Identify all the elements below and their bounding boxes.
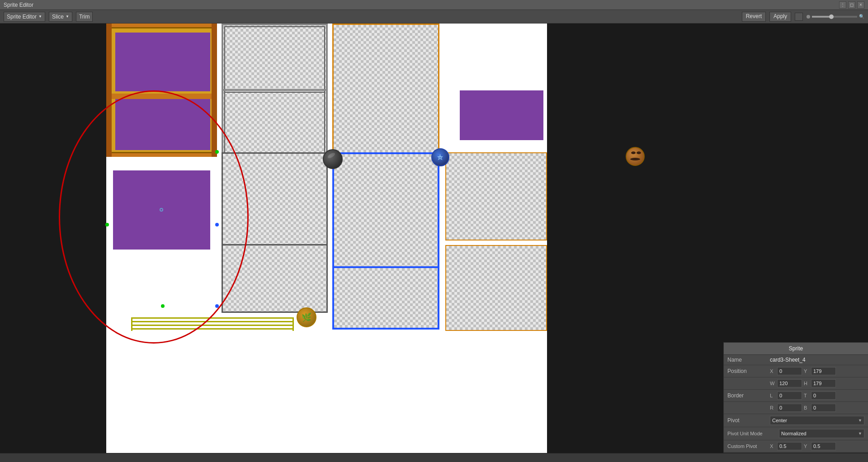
sprite-cell-orange-lower-right[interactable] bbox=[445, 245, 547, 331]
size-w-input[interactable] bbox=[777, 379, 802, 387]
border-row: Border L T bbox=[724, 390, 868, 402]
title-bar-text: Sprite Editor bbox=[4, 2, 33, 8]
sprite-cell-gray-center[interactable] bbox=[222, 152, 328, 313]
sprite-cell-purple-selected[interactable] bbox=[106, 152, 217, 265]
zoom-slider[interactable] bbox=[812, 16, 857, 18]
border-l-input[interactable] bbox=[777, 391, 802, 400]
pos-y-input[interactable] bbox=[811, 367, 836, 375]
sprite-icon-orb bbox=[323, 149, 343, 169]
zoom-out-icon bbox=[807, 15, 810, 19]
sprite-icon-character bbox=[626, 147, 645, 166]
custom-pivot-x-input[interactable] bbox=[777, 442, 802, 450]
sprite-cell-olive[interactable] bbox=[131, 317, 294, 331]
sprite-cell-orange-mid-right[interactable] bbox=[445, 152, 547, 240]
pivot-unit-dropdown[interactable]: Normalized ▼ bbox=[779, 429, 864, 438]
sprite-cell-white-purple[interactable] bbox=[445, 24, 547, 157]
sprite-cell-card-frame[interactable] bbox=[106, 24, 217, 157]
revert-button[interactable]: Revert bbox=[742, 12, 766, 22]
position-row: Position X Y bbox=[724, 365, 868, 377]
cells-container bbox=[106, 24, 547, 453]
pivot-dropdown[interactable]: Center ▼ bbox=[770, 416, 864, 425]
status-bar bbox=[0, 453, 868, 462]
maximize-button[interactable]: ◻ bbox=[848, 1, 855, 9]
control-point-top-center[interactable] bbox=[215, 150, 219, 154]
title-bar: Sprite Editor ⋮ ◻ × bbox=[0, 0, 868, 10]
border-r-input[interactable] bbox=[777, 404, 802, 412]
name-row: Name card3-Sheet_4 bbox=[724, 355, 868, 365]
zoom-in-icon: 🔍 bbox=[859, 14, 864, 19]
sprite-icon-character-bottom: 🌿 bbox=[297, 307, 316, 327]
slice-dropdown[interactable]: Slice ▼ bbox=[49, 12, 72, 22]
border-t-input[interactable] bbox=[811, 391, 836, 400]
color-toggle-button[interactable] bbox=[795, 13, 803, 21]
pivot-row: Pivot Center ▼ bbox=[724, 414, 868, 427]
chevron-down-icon: ▼ bbox=[38, 14, 42, 19]
border-rb-row: R B bbox=[724, 402, 868, 414]
close-button[interactable]: × bbox=[857, 1, 864, 9]
sprite-icon-shield: ⛤ bbox=[431, 148, 449, 166]
toolbar: Sprite Editor ▼ Slice ▼ Trim Revert Appl… bbox=[0, 10, 868, 24]
apply-button[interactable]: Apply bbox=[769, 12, 791, 22]
size-h-input[interactable] bbox=[811, 379, 836, 387]
pos-x-input[interactable] bbox=[777, 367, 802, 375]
control-point-left[interactable] bbox=[105, 223, 109, 226]
border-b-input[interactable] bbox=[811, 404, 836, 412]
minimize-button[interactable]: ⋮ bbox=[839, 1, 846, 9]
custom-pivot-y-input[interactable] bbox=[811, 442, 836, 450]
properties-panel: Sprite Name card3-Sheet_4 Position X Y W bbox=[723, 342, 868, 453]
size-row: W H bbox=[724, 377, 868, 390]
chevron-down-icon: ▼ bbox=[66, 14, 69, 19]
trim-button[interactable]: Trim bbox=[76, 12, 93, 22]
custom-pivot-row: Custom Pivot X Y bbox=[724, 440, 868, 453]
title-bar-controls: ⋮ ◻ × bbox=[839, 1, 864, 9]
left-panel bbox=[0, 24, 106, 453]
panel-header: Sprite bbox=[724, 343, 868, 355]
zoom-slider-container: 🔍 bbox=[807, 14, 864, 19]
sprite-editor-dropdown[interactable]: Sprite Editor ▼ bbox=[4, 12, 45, 22]
pivot-unit-chevron-icon: ▼ bbox=[858, 431, 862, 436]
control-point-bottom-right[interactable] bbox=[215, 304, 219, 308]
sprite-center-dot bbox=[160, 208, 163, 212]
sprite-cell-orange-top-right[interactable] bbox=[332, 24, 439, 157]
control-point-right[interactable] bbox=[215, 223, 219, 226]
sprite-cell-blue[interactable] bbox=[332, 152, 439, 330]
control-point-bottom-center[interactable] bbox=[161, 304, 165, 308]
pivot-chevron-icon: ▼ bbox=[858, 418, 862, 423]
pivot-unit-row: Pivot Unit Mode Normalized ▼ bbox=[724, 427, 868, 440]
sprite-cell-gray-border-top[interactable] bbox=[222, 24, 328, 157]
